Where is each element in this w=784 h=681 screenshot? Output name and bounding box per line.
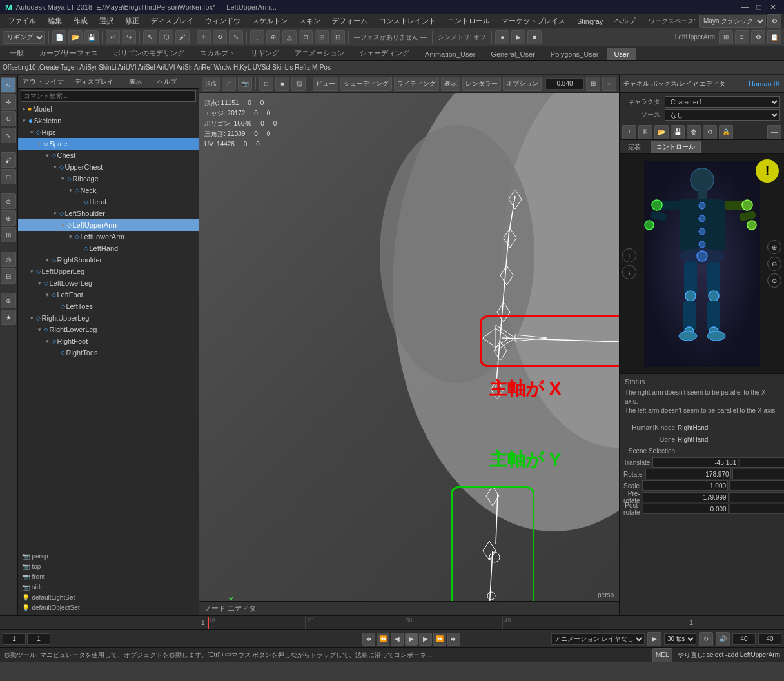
outliner-side[interactable]: 📷 side [22, 582, 195, 592]
tree-item-lefthand[interactable]: ◇ LeftHand [18, 242, 199, 254]
new-btn[interactable]: 📄 [52, 30, 66, 44]
fps-dropdown[interactable]: 30 fps [664, 633, 696, 645]
outliner-front[interactable]: 📷 front [22, 571, 195, 582]
minimize-button[interactable]: — [739, 1, 750, 13]
vp-grid-toggle[interactable]: ⊞ [586, 77, 600, 91]
menu-skeleton[interactable]: スケルトン [247, 15, 293, 27]
hik-nav-reset[interactable]: ⊙ [767, 273, 781, 288]
goto-start-btn[interactable]: ⏮ [362, 633, 375, 646]
tree-item-leftlowerarm[interactable]: ▾ ◇ LeftLowerArm [18, 231, 199, 242]
open-btn[interactable]: 📂 [68, 30, 83, 44]
scale-y[interactable] [729, 480, 784, 491]
vp-shading1[interactable]: □ [259, 77, 273, 91]
timeline-bar[interactable]: 10 20 30 40 [208, 617, 601, 629]
scale-btn[interactable]: ⤡ [229, 30, 243, 44]
anim-options[interactable]: ▶ [647, 632, 662, 646]
menu-modify[interactable]: 修正 [120, 15, 144, 27]
menu-control[interactable]: コントロール [442, 15, 495, 27]
mel-btn[interactable]: MEL [652, 648, 672, 662]
menu-display[interactable]: ディスプレイ [146, 15, 199, 27]
next-frame-btn[interactable]: ▶ [419, 633, 432, 646]
paint-weights-btn[interactable]: 🖌 [1, 152, 16, 168]
hik-add-btn[interactable]: + [622, 125, 636, 139]
vp-cam[interactable]: 📷 [238, 77, 252, 91]
tab-animation[interactable]: アニメーション [288, 46, 351, 60]
tab-sculpt[interactable]: スカルプト [193, 46, 242, 60]
menu-constrain[interactable]: コンストレイント [374, 15, 441, 27]
tree-item-spine[interactable]: ▾ ◇ Spine [18, 138, 199, 150]
hik-settings-btn[interactable]: ⚙ [703, 125, 717, 139]
menu-select[interactable]: 選択 [94, 15, 119, 27]
start-frame[interactable] [3, 633, 26, 645]
stop-btn[interactable]: ■ [527, 30, 542, 44]
ipr-btn[interactable]: ▶ [511, 30, 525, 44]
undo-btn[interactable]: ↩ [106, 30, 120, 44]
last-tool-btn[interactable]: ★ [1, 310, 16, 325]
viewport-canvas[interactable]: 頂点: 11151 0 0 エッジ: 20172 0 0 ポリゴン: 16646… [199, 93, 619, 601]
postrotate-y[interactable] [730, 504, 784, 514]
end-frame2[interactable] [758, 633, 781, 645]
outliner-top[interactable]: 📷 top [22, 561, 195, 571]
tab-costume[interactable]: 定装 [622, 141, 647, 153]
tab-rigging[interactable]: リギング [244, 46, 286, 60]
save-btn[interactable]: 💾 [84, 30, 99, 44]
menu-skin[interactable]: スキン [294, 15, 326, 27]
tree-item-head[interactable]: ◇ Head [18, 196, 199, 208]
outliner-objectset[interactable]: 💡 defaultObjectSet [22, 602, 195, 613]
hik-nav-zoom[interactable]: ⊕ [767, 240, 781, 254]
snap1[interactable]: ⋮ [250, 30, 264, 44]
tree-item-lefttoes[interactable]: ◇ LeftToes [18, 301, 199, 312]
snap4[interactable]: ⊙ [299, 30, 313, 44]
hik-save-btn[interactable]: 💾 [671, 125, 685, 139]
symmetry-btn[interactable]: ⊟ [1, 268, 16, 284]
menu-deform[interactable]: デフォーム [327, 15, 373, 27]
tree-item-leftupperleg[interactable]: ▾ ◇ LeftUpperLeg [18, 266, 199, 277]
snap2[interactable]: ⊕ [266, 30, 280, 44]
translate-x[interactable] [652, 457, 738, 468]
goto-end-btn[interactable]: ⏭ [447, 633, 460, 646]
tree-item-upperchest[interactable]: ▾ ◇ UpperChest [18, 161, 199, 173]
title-bar-controls[interactable]: — □ ✕ [739, 1, 779, 13]
render-btn[interactable]: ● [495, 30, 509, 44]
rotate-tool-btn[interactable]: ↻ [1, 111, 16, 126]
tree-item-skeleton[interactable]: ▾ ◆ Skeleton [18, 115, 199, 126]
rotate-btn[interactable]: ↻ [213, 30, 227, 44]
hik-nav-up[interactable]: ↑ [622, 248, 636, 262]
hik-folder-btn[interactable]: 📂 [654, 125, 669, 139]
hik-delete-btn[interactable]: 🗑 [687, 125, 701, 139]
vp-cam-mode[interactable]: ↔ [602, 77, 616, 91]
mode-dropdown[interactable]: リギング [3, 31, 45, 44]
workspace-options[interactable]: ⚙ [767, 14, 781, 28]
outliner-btn[interactable]: 📋 [767, 30, 781, 44]
outliner-display-menu[interactable]: ディスプレイ [70, 76, 119, 88]
outliner-help-menu[interactable]: ヘルプ [152, 76, 182, 88]
snap6[interactable]: ⊟ [331, 30, 345, 44]
play-btn[interactable]: ▶ [405, 633, 418, 646]
attr-editor-btn[interactable]: ≡ [735, 30, 749, 44]
snap3[interactable]: △ [282, 30, 297, 44]
menu-create[interactable]: 作成 [68, 15, 93, 27]
tab-general[interactable]: 一般 [3, 46, 31, 60]
tab-user[interactable]: User [607, 48, 636, 60]
search-input[interactable] [21, 90, 197, 102]
tool-settings-btn[interactable]: ⚙ [751, 30, 765, 44]
vp-view[interactable]: ビュー [313, 77, 338, 91]
menu-edit[interactable]: 編集 [43, 15, 67, 27]
prerotate-y[interactable] [730, 492, 784, 502]
tree-item-rightupperleg[interactable]: ▾ ◇ RightUpperLeg [18, 312, 199, 324]
current-frame-input[interactable] [27, 633, 50, 645]
maximize-button[interactable]: □ [753, 1, 765, 13]
vp-shading2[interactable]: ■ [275, 77, 289, 91]
component-btn[interactable]: □ [1, 169, 16, 184]
vp-renderer[interactable]: レンダラー [462, 77, 501, 91]
snap-curve-btn[interactable]: ⊕ [1, 210, 16, 226]
tab-curve-surface[interactable]: カーブ/サーフェス [32, 46, 105, 60]
vp-menu[interactable]: 頂点 [202, 77, 220, 91]
tab-more[interactable]: --- [705, 142, 723, 152]
select-btn[interactable]: ↖ [143, 30, 157, 44]
menu-help[interactable]: ヘルプ [609, 15, 641, 27]
move-tool-btn[interactable]: ✛ [1, 94, 16, 110]
tree-item-leftlowerleg[interactable]: ▾ ◇ LeftLowerLeg [18, 277, 199, 289]
prev-frame-btn[interactable]: ◀ [391, 633, 404, 646]
source-dropdown[interactable]: なし [665, 109, 780, 121]
